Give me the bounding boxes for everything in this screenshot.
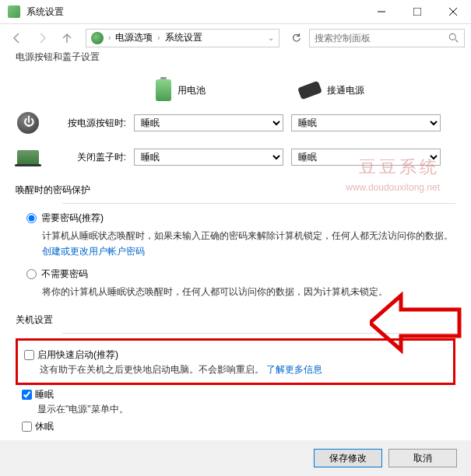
- power-button-plugged-select[interactable]: 睡眠: [291, 114, 441, 131]
- column-plugged: 接通电源: [327, 84, 364, 97]
- save-button[interactable]: 保存修改: [314, 449, 382, 467]
- no-password-label: 不需要密码: [41, 268, 88, 281]
- require-password-desc: 计算机从睡眠状态唤醒时，如果未输入正确的密码来解除计算机锁定，任何人都无法访问你…: [42, 230, 453, 241]
- require-password-radio[interactable]: [26, 213, 37, 223]
- breadcrumb[interactable]: › 电源选项 › 系统设置 ⌄: [86, 29, 279, 47]
- fast-startup-label: 启用快速启动(推荐): [37, 348, 118, 362]
- up-button[interactable]: [56, 27, 78, 49]
- window-title: 系统设置: [26, 5, 64, 19]
- close-lid-battery-select[interactable]: 睡眠: [134, 149, 283, 166]
- shutdown-section-title: 关机设置: [16, 313, 455, 327]
- close-lid-label: 关闭盖子时:: [48, 151, 126, 164]
- control-panel-icon: [91, 32, 104, 44]
- fast-startup-highlight: 启用快速启动(推荐) 这有助于在关机之后更快地启动电脑。不会影响重启。 了解更多…: [16, 338, 455, 384]
- power-button-icon: [17, 112, 39, 134]
- fast-startup-checkbox[interactable]: [24, 350, 34, 360]
- power-button-label: 按电源按钮时:: [48, 117, 126, 130]
- wakeup-section-title: 唤醒时的密码保护: [16, 184, 455, 197]
- search-icon: [448, 33, 459, 44]
- require-password-label: 需要密码(推荐): [41, 212, 104, 225]
- no-password-desc: 将你的计算机从睡眠状态唤醒时，任何人都可以访问你的数据，因为计算机未锁定。: [42, 284, 455, 299]
- sleep-checkbox-desc: 显示在"电源"菜单中。: [37, 401, 455, 417]
- chevron-right-icon: ›: [108, 33, 111, 42]
- close-lid-plugged-select[interactable]: 睡眠: [291, 149, 441, 166]
- hibernate-checkbox-label: 休眠: [35, 420, 54, 432]
- learn-more-link[interactable]: 了解更多信息: [266, 364, 322, 375]
- breadcrumb-item[interactable]: 电源选项: [115, 31, 153, 44]
- create-change-password-link[interactable]: 创建或更改用户帐户密码: [42, 246, 145, 257]
- forward-button[interactable]: [31, 27, 53, 49]
- no-password-radio[interactable]: [26, 269, 37, 279]
- minimize-button[interactable]: [364, 0, 399, 23]
- dropdown-icon[interactable]: ⌄: [268, 33, 274, 42]
- close-button[interactable]: [435, 0, 471, 23]
- back-button[interactable]: [6, 27, 28, 49]
- search-field[interactable]: [315, 33, 439, 44]
- cancel-button[interactable]: 取消: [388, 449, 457, 467]
- app-icon: [8, 5, 20, 18]
- plug-icon: [297, 81, 322, 100]
- sleep-checkbox-label: 睡眠: [35, 388, 54, 401]
- column-battery: 用电池: [178, 84, 206, 97]
- svg-point-4: [449, 33, 455, 40]
- maximize-button[interactable]: [399, 0, 435, 23]
- svg-rect-1: [413, 8, 421, 16]
- power-button-battery-select[interactable]: 睡眠: [134, 114, 283, 131]
- breadcrumb-item[interactable]: 系统设置: [165, 31, 202, 44]
- refresh-button[interactable]: [287, 29, 306, 47]
- battery-icon: [156, 79, 171, 101]
- hibernate-checkbox[interactable]: [22, 422, 32, 432]
- svg-line-5: [455, 39, 459, 42]
- fast-startup-desc: 这有助于在关机之后更快地启动电脑。不会影响重启。: [40, 364, 264, 375]
- laptop-lid-icon: [17, 150, 39, 164]
- sleep-checkbox[interactable]: [22, 390, 32, 400]
- search-input[interactable]: [309, 29, 465, 47]
- chevron-right-icon: ›: [157, 33, 160, 42]
- section-heading-cut: 电源按钮和盖子设置: [16, 51, 455, 61]
